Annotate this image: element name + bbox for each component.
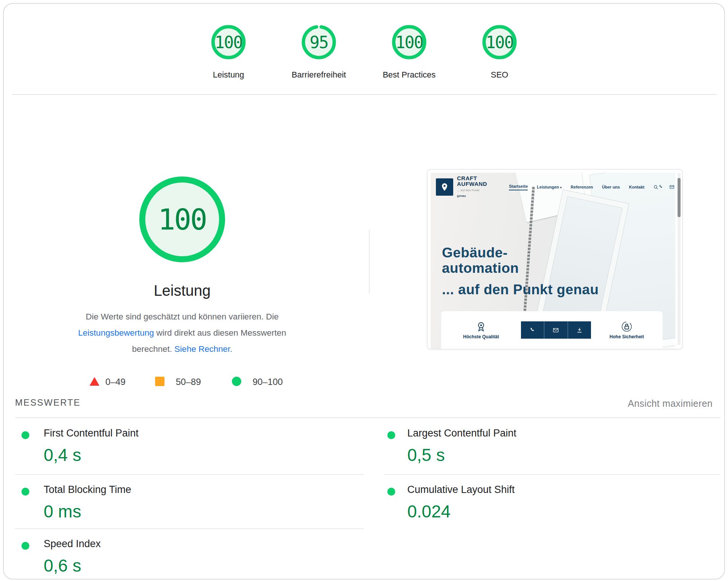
feature-label: Höchste Qualität bbox=[463, 334, 499, 339]
score-value: 100 bbox=[481, 24, 518, 60]
phone-icon bbox=[658, 184, 664, 190]
metric-status-dot bbox=[21, 542, 29, 550]
metric-status-dot bbox=[387, 431, 395, 439]
metric-name-fcp: First Contentful Paint bbox=[44, 427, 139, 439]
screenshot-scrollbar bbox=[678, 173, 681, 345]
award-icon bbox=[475, 321, 487, 332]
score-gauge-best-practices[interactable]: 100 Best Practices bbox=[364, 24, 454, 80]
score-label: SEO bbox=[491, 70, 508, 80]
mail-button bbox=[544, 321, 567, 339]
score-value: 100 bbox=[391, 24, 427, 60]
craft-aufwand-logo bbox=[436, 178, 453, 196]
legend-range-0-49: 0–49 bbox=[105, 377, 125, 387]
feature-label: Hohe Sicherheit bbox=[609, 334, 644, 339]
gauge-ring-performance: 100 bbox=[210, 24, 247, 60]
download-icon bbox=[576, 327, 583, 333]
screenshot-hero-headline: Gebäude- automation ... auf den Punkt ge… bbox=[442, 245, 599, 297]
performance-section-title: Leistung bbox=[43, 282, 321, 299]
nav-item-ueber-uns: Über uns bbox=[602, 185, 620, 189]
screenshot-site-header: CRAFT AUFWAND ... auf den Punkt genau St… bbox=[436, 177, 672, 197]
gauge-ring-seo: 100 bbox=[481, 24, 518, 60]
score-label: Leistung bbox=[213, 70, 244, 80]
metric-row-divider bbox=[15, 474, 364, 475]
score-gauge-performance[interactable]: 100 Leistung bbox=[183, 24, 274, 80]
performance-description: Die Werte sind geschätzt und können vari… bbox=[70, 309, 294, 357]
performance-score-gauge: 100 bbox=[136, 173, 228, 265]
screenshot-header-icons: f bbox=[658, 184, 675, 190]
nav-item-kontakt: Kontakt bbox=[629, 185, 644, 189]
score-summary-header: 100 Leistung 95 Barrierefreiheit bbox=[4, 4, 724, 95]
headline-line2: automation bbox=[442, 260, 599, 276]
metric-value-lcp: 0,5 s bbox=[407, 445, 445, 465]
screenshot-site-content: CRAFT AUFWAND ... auf den Punkt genau St… bbox=[431, 173, 675, 349]
measurements-divider bbox=[15, 417, 720, 418]
call-button bbox=[521, 321, 544, 339]
screenshot-scrollbar-thumb bbox=[678, 178, 681, 217]
search-icon bbox=[653, 185, 658, 190]
metric-name-cls: Cumulative Layout Shift bbox=[407, 484, 515, 496]
headline-line1: Gebäude- bbox=[442, 245, 599, 260]
legend-range-50-89: 50–89 bbox=[176, 377, 201, 387]
nav-item-startseite: Startseite bbox=[509, 184, 528, 190]
performance-score-value: 100 bbox=[136, 173, 228, 265]
metric-name-tbt: Total Blocking Time bbox=[44, 484, 131, 496]
metric-name-lcp: Largest Contentful Paint bbox=[407, 427, 516, 439]
logo-line1: CRAFT bbox=[457, 175, 487, 181]
lock-icon bbox=[621, 321, 632, 332]
metric-row-divider bbox=[384, 474, 720, 475]
metric-value-tbt: 0 ms bbox=[44, 501, 81, 522]
legend-pass-circle-icon bbox=[232, 377, 241, 386]
feature-security: Hohe Sicherheit bbox=[591, 321, 663, 339]
chevron-down-icon: ▾ bbox=[560, 186, 562, 189]
score-value: 100 bbox=[210, 24, 247, 60]
hero-tagline: ... auf den Punkt genau bbox=[442, 282, 599, 297]
mail-icon bbox=[669, 184, 675, 190]
metric-name-speed-index: Speed Index bbox=[44, 538, 101, 550]
metric-value-speed-index: 0,6 s bbox=[44, 555, 81, 576]
metric-status-dot bbox=[387, 488, 395, 496]
column-divider bbox=[369, 230, 370, 294]
nav-item-referenzen: Referenzen bbox=[571, 185, 593, 189]
measurements-section-title: MESSWERTE bbox=[15, 397, 81, 408]
feature-quality: Höchste Qualität bbox=[441, 321, 521, 339]
score-gauge-accessibility[interactable]: 95 Barrierefreiheit bbox=[274, 24, 364, 80]
metric-row-divider bbox=[15, 528, 364, 529]
leistungsbewertung-link[interactable]: Leistungsbewertung bbox=[78, 328, 154, 338]
score-gauge-row: 100 Leistung 95 Barrierefreiheit bbox=[4, 24, 724, 80]
logo-line2: AUFWAND bbox=[457, 181, 487, 187]
page-screenshot-thumbnail[interactable]: CRAFT AUFWAND ... auf den Punkt genau St… bbox=[427, 169, 683, 350]
header-divider bbox=[12, 94, 717, 95]
description-text: Die Werte sind geschätzt und können vari… bbox=[86, 312, 279, 321]
location-pin-icon bbox=[440, 183, 449, 192]
legend-range-90-100: 90–100 bbox=[253, 377, 283, 387]
phone-icon bbox=[529, 327, 536, 333]
score-label: Best Practices bbox=[383, 70, 436, 80]
metric-status-dot bbox=[21, 431, 29, 439]
screenshot-action-buttons bbox=[521, 321, 591, 339]
score-value: 95 bbox=[301, 24, 337, 60]
siehe-rechner-link[interactable]: Siehe Rechner. bbox=[174, 344, 232, 354]
legend-fail-triangle-icon bbox=[90, 377, 99, 386]
lighthouse-report-card: 100 Leistung 95 Barrierefreiheit bbox=[3, 3, 725, 579]
score-label: Barrierefreiheit bbox=[292, 70, 346, 80]
gauge-ring-best-practices: 100 bbox=[391, 24, 427, 60]
screenshot-site-nav: Startseite Leistungen▾ Referenzen Über u… bbox=[509, 184, 658, 190]
mail-icon bbox=[553, 327, 559, 333]
nav-item-leistungen: Leistungen▾ bbox=[537, 185, 562, 189]
metric-value-fcp: 0,4 s bbox=[44, 445, 81, 465]
metric-value-cls: 0.024 bbox=[407, 501, 451, 522]
metric-status-dot bbox=[21, 488, 29, 496]
logo-tagline: ... auf den Punkt genau bbox=[457, 187, 487, 199]
expand-view-button[interactable]: Ansicht maximieren bbox=[628, 398, 713, 409]
legend-average-square-icon bbox=[155, 377, 164, 386]
screenshot-feature-strip: Höchste Qualität bbox=[441, 311, 663, 349]
score-gauge-seo[interactable]: 100 SEO bbox=[454, 24, 545, 80]
logo-text: CRAFT AUFWAND ... auf den Punkt genau bbox=[457, 175, 487, 199]
gauge-ring-accessibility: 95 bbox=[301, 24, 337, 60]
download-button bbox=[568, 321, 591, 339]
